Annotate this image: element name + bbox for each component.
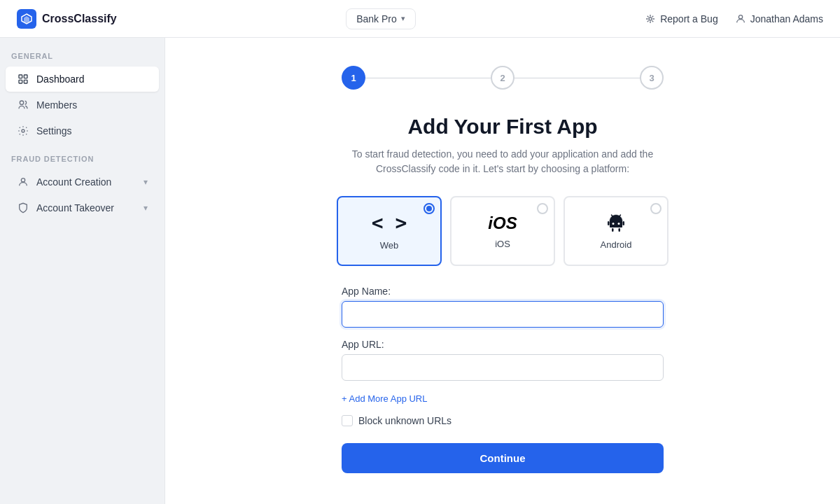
svg-rect-12	[619, 228, 621, 232]
header-right: Report a Bug Jonathan Adams	[645, 13, 823, 24]
block-urls-row: Block unknown URLs	[342, 415, 664, 426]
user-icon	[735, 13, 746, 24]
logo-icon	[17, 9, 36, 29]
block-urls-label: Block unknown URLs	[358, 415, 451, 426]
account-takeover-icon	[17, 202, 29, 214]
app-url-label: App URL:	[342, 339, 664, 350]
block-urls-checkbox[interactable]	[342, 415, 353, 426]
step-3: 3	[640, 66, 664, 90]
sidebar-item-settings[interactable]: Settings	[6, 118, 159, 144]
app-name-input[interactable]	[342, 301, 664, 328]
platform-selector: < > Web iOS iOS	[337, 196, 668, 266]
dashboard-label: Dashboard	[36, 74, 85, 85]
app-name-label: App Name:	[342, 286, 664, 297]
svg-point-1	[738, 15, 742, 18]
svg-point-7	[22, 130, 24, 132]
account-creation-label: Account Creation	[36, 176, 111, 188]
logo-text: CrossClassify	[42, 13, 117, 25]
user-name: Jonathan Adams	[750, 13, 823, 24]
svg-point-8	[21, 178, 24, 182]
step-3-circle: 3	[640, 66, 664, 90]
fraud-section-label: Fraud Detection	[0, 155, 164, 169]
step-1-number: 1	[351, 73, 356, 83]
web-icon: < >	[372, 211, 407, 234]
step-2: 2	[491, 66, 514, 90]
members-icon	[17, 99, 29, 111]
app-url-input[interactable]	[342, 354, 664, 381]
ios-icon: iOS	[488, 214, 517, 233]
svg-rect-3	[24, 75, 27, 78]
step-2-circle: 2	[491, 66, 514, 90]
dashboard-icon	[17, 73, 29, 85]
report-bug-button[interactable]: Report a Bug	[645, 13, 718, 24]
page-description: To start fraud detection, you need to ad…	[342, 147, 664, 176]
app-form: App Name: App URL: + Add More App URL Bl…	[342, 286, 664, 473]
dropdown-chevron-icon: ▾	[401, 14, 405, 23]
members-label: Members	[36, 99, 77, 111]
steps-indicator: 1 2 3	[342, 66, 664, 90]
sidebar: General Dashboard M	[0, 38, 165, 504]
svg-point-6	[20, 101, 23, 104]
settings-icon	[17, 125, 29, 137]
android-icon	[606, 213, 626, 234]
workspace-label: Bank Pro	[356, 13, 397, 24]
add-more-url-link[interactable]: + Add More App URL	[342, 393, 428, 404]
general-section-label: General	[0, 52, 164, 66]
layout: General Dashboard M	[0, 38, 840, 504]
fraud-detection-section: Fraud Detection Account Creation ▾	[0, 155, 164, 220]
android-label: Android	[601, 239, 632, 250]
workspace-dropdown[interactable]: Bank Pro ▾	[346, 8, 416, 29]
settings-label: Settings	[36, 125, 72, 136]
add-url-label: + Add More App URL	[342, 393, 428, 404]
account-creation-icon	[17, 176, 29, 188]
page-title: Add Your First App	[407, 115, 597, 139]
account-takeover-chevron-icon: ▾	[144, 203, 148, 213]
step-3-number: 3	[649, 73, 654, 83]
svg-point-13	[612, 223, 615, 225]
svg-rect-4	[19, 80, 22, 83]
sidebar-item-dashboard[interactable]: Dashboard	[6, 66, 159, 92]
platform-card-android[interactable]: Android	[564, 196, 668, 266]
step-1: 1	[342, 66, 365, 90]
step-2-number: 2	[500, 73, 505, 83]
main-content: 1 2 3 Add Your First App To start fraud …	[165, 38, 840, 504]
account-takeover-label: Account Takeover	[36, 202, 114, 214]
continue-button[interactable]: Continue	[342, 443, 664, 473]
step-1-circle: 1	[342, 66, 365, 90]
continue-label: Continue	[480, 452, 526, 464]
sidebar-item-members[interactable]: Members	[6, 92, 159, 118]
svg-point-14	[618, 223, 620, 225]
platform-card-web[interactable]: < > Web	[337, 196, 442, 266]
web-label: Web	[380, 240, 399, 251]
header: CrossClassify Bank Pro ▾ Report a Bug Jo…	[0, 0, 840, 38]
user-menu[interactable]: Jonathan Adams	[735, 13, 823, 24]
svg-rect-11	[612, 228, 614, 232]
web-radio	[424, 203, 435, 214]
sidebar-item-account-creation[interactable]: Account Creation ▾	[6, 169, 159, 195]
svg-point-0	[649, 18, 652, 20]
svg-rect-10	[623, 221, 625, 225]
logo: CrossClassify	[17, 9, 117, 29]
ios-radio	[537, 203, 548, 214]
report-bug-label: Report a Bug	[660, 13, 718, 24]
svg-rect-9	[608, 221, 610, 225]
svg-rect-5	[24, 80, 27, 83]
sidebar-item-account-takeover[interactable]: Account Takeover ▾	[6, 195, 159, 220]
svg-rect-2	[19, 75, 22, 78]
account-creation-chevron-icon: ▾	[144, 177, 148, 187]
ios-label: iOS	[495, 239, 510, 249]
platform-card-ios[interactable]: iOS iOS	[450, 196, 555, 266]
bug-icon	[645, 13, 656, 24]
android-radio	[650, 203, 662, 214]
